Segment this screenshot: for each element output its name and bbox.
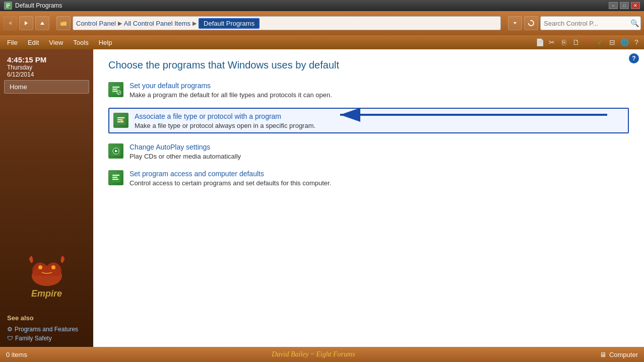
app-icon xyxy=(4,2,12,10)
clock-time: 4:45:15 PM xyxy=(7,55,86,64)
breadcrumb-bar: Control Panel ▶ All Control Panel Items … xyxy=(73,16,501,30)
back-button[interactable] xyxy=(3,16,17,30)
dragon-graphic xyxy=(19,253,75,288)
breadcrumb-control-panel[interactable]: Control Panel xyxy=(76,20,116,27)
svg-marker-9 xyxy=(513,22,517,24)
search-box[interactable]: 🔍 xyxy=(540,16,641,30)
svg-rect-28 xyxy=(112,175,119,176)
svg-rect-16 xyxy=(112,89,117,90)
up-button[interactable] xyxy=(35,16,49,30)
help-question-icon[interactable]: ? xyxy=(631,37,642,48)
tool-icon-3[interactable]: ⎘ xyxy=(558,37,569,48)
logo-text: Empire xyxy=(9,288,84,299)
dropdown-button[interactable] xyxy=(508,16,522,30)
clock-date: 6/12/2014 xyxy=(7,71,86,78)
home-button[interactable]: Home xyxy=(4,80,89,94)
program-icon-3 xyxy=(108,143,123,159)
help-icon[interactable]: ? xyxy=(629,53,639,63)
svg-marker-6 xyxy=(40,22,44,25)
title-bar-left: Default Programs xyxy=(4,2,62,10)
program-access-desc: Control access to certain programs and s… xyxy=(130,179,629,187)
tool-icon-6[interactable]: ✓ xyxy=(595,37,606,48)
program-icon-2 xyxy=(113,113,128,128)
autoplay-desc: Play CDs or other media automatically xyxy=(130,153,629,160)
menu-tools[interactable]: Tools xyxy=(68,37,93,48)
menu-file[interactable]: File xyxy=(2,37,23,48)
program-access-link[interactable]: Set program access and computer defaults xyxy=(130,170,264,178)
program-content-4: Set program access and computer defaults… xyxy=(130,169,629,187)
list-item: Set program access and computer defaults… xyxy=(108,169,629,187)
tool-icon-2[interactable]: ✂ xyxy=(546,37,557,48)
program-content-1: Set your default programs Make a program… xyxy=(130,81,629,99)
program-content-3: Change AutoPlay settings Play CDs or oth… xyxy=(130,142,629,160)
breadcrumb-sep-2: ▶ xyxy=(192,20,197,27)
associate-file-desc: Make a file type or protocol always open… xyxy=(135,122,624,129)
svg-rect-30 xyxy=(112,179,118,180)
nav-toolbar: Control Panel ▶ All Control Panel Items … xyxy=(0,11,644,35)
forward-button[interactable] xyxy=(19,16,33,30)
breadcrumb-all-items[interactable]: All Control Panel Items xyxy=(124,20,190,27)
svg-point-12 xyxy=(38,265,42,269)
toolbar-right: 📄 ✂ ⎘ 🗋 ✕ ✓ ⊟ 🌐 ? xyxy=(534,37,642,48)
minimize-button[interactable]: − xyxy=(609,2,618,9)
svg-rect-2 xyxy=(6,5,10,6)
items-count: 0 items xyxy=(6,351,27,358)
folder-icon xyxy=(56,16,71,30)
set-default-desc: Make a program the default for all file … xyxy=(130,91,629,99)
tool-icon-5[interactable]: ✕ xyxy=(583,37,594,48)
status-bar: 0 items David Bailey ~ Eight Forums 🖥 Co… xyxy=(0,347,644,362)
spacer xyxy=(4,304,89,314)
list-item: Set your default programs Make a program… xyxy=(108,81,629,99)
restore-button[interactable]: □ xyxy=(620,2,629,9)
status-right: 🖥 Computer xyxy=(600,351,638,358)
see-also-label: See also xyxy=(4,314,89,322)
program-icon-1 xyxy=(108,82,123,97)
menu-bar: File Edit View Tools Help 📄 ✂ ⎘ 🗋 ✕ ✓ ⊟ … xyxy=(0,35,644,49)
svg-rect-8 xyxy=(60,22,63,23)
content-area: ? Choose the programs that Windows uses … xyxy=(93,49,644,347)
tool-icon-8[interactable]: 🌐 xyxy=(619,37,630,48)
svg-marker-5 xyxy=(25,21,28,25)
associate-file-link[interactable]: Associate a file type or protocol with a… xyxy=(135,112,281,120)
family-safety-link[interactable]: 🛡 Family Safety xyxy=(4,334,89,343)
refresh-button[interactable] xyxy=(524,16,538,30)
breadcrumb-current: Default Programs xyxy=(199,18,260,29)
window-controls[interactable]: − □ ✕ xyxy=(609,2,640,9)
window-title: Default Programs xyxy=(15,2,62,9)
tool-icon-4[interactable]: 🗋 xyxy=(570,37,582,48)
computer-label: Computer xyxy=(609,351,638,358)
close-button[interactable]: ✕ xyxy=(631,2,640,9)
svg-rect-20 xyxy=(117,117,124,118)
program-icon-4 xyxy=(108,170,123,185)
menu-help[interactable]: Help xyxy=(94,37,117,48)
svg-rect-15 xyxy=(112,87,119,88)
sidebar-clock: 4:45:15 PM Thursday 6/12/2014 xyxy=(4,53,89,80)
sidebar-logo: Empire xyxy=(4,248,89,304)
shield-icon: 🛡 xyxy=(7,335,13,342)
signature: David Bailey ~ Eight Forums xyxy=(272,350,355,358)
list-item: Associate a file type or protocol with a… xyxy=(113,112,624,129)
computer-icon: 🖥 xyxy=(600,351,606,358)
page-title: Choose the programs that Windows uses by… xyxy=(108,59,629,71)
autoplay-link[interactable]: Change AutoPlay settings xyxy=(130,143,210,151)
svg-point-13 xyxy=(51,265,55,269)
title-bar: Default Programs − □ ✕ xyxy=(0,0,644,11)
search-input[interactable] xyxy=(544,20,628,27)
main-layout: 4:45:15 PM Thursday 6/12/2014 Home Empir… xyxy=(0,49,644,347)
search-icon[interactable]: 🔍 xyxy=(630,19,639,27)
tool-icon-1[interactable]: 📄 xyxy=(534,37,545,48)
programs-features-link[interactable]: ⚙ Programs and Features xyxy=(4,325,89,334)
list-item: Change AutoPlay settings Play CDs or oth… xyxy=(108,142,629,160)
menu-edit[interactable]: Edit xyxy=(23,37,44,48)
svg-rect-3 xyxy=(6,7,9,8)
svg-rect-29 xyxy=(112,177,117,178)
sidebar: 4:45:15 PM Thursday 6/12/2014 Home Empir… xyxy=(0,49,93,347)
program-content-2: Associate a file type or protocol with a… xyxy=(135,112,624,129)
menu-view[interactable]: View xyxy=(44,37,68,48)
clock-day: Thursday xyxy=(7,64,86,71)
svg-rect-1 xyxy=(6,4,10,5)
breadcrumb-sep-1: ▶ xyxy=(118,20,122,27)
svg-marker-4 xyxy=(9,21,12,25)
set-default-link[interactable]: Set your default programs xyxy=(130,82,211,90)
tool-icon-7[interactable]: ⊟ xyxy=(607,37,618,48)
